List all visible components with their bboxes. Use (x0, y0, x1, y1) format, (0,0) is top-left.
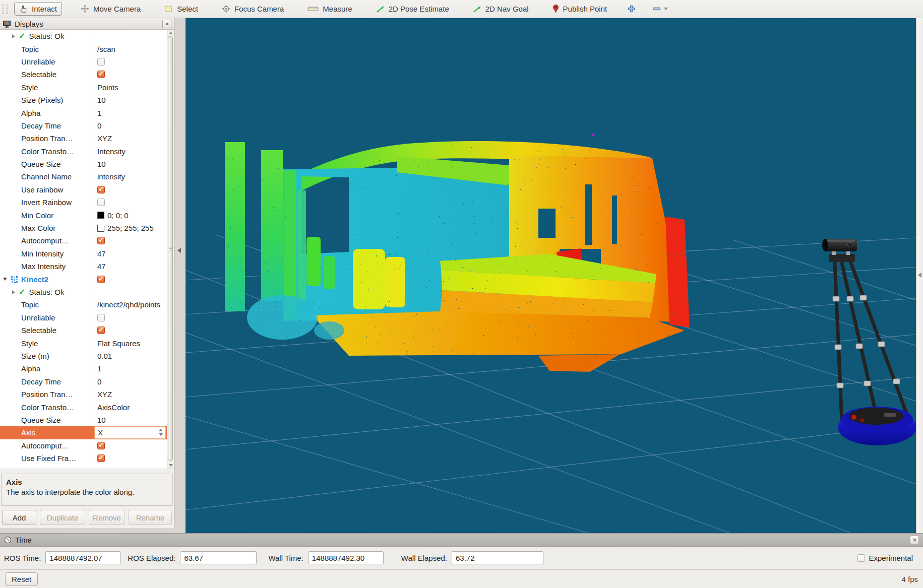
tool-move-camera[interactable]: Move Camera (76, 2, 146, 16)
property-row-invert-rainbow[interactable]: Invert Rainbow (0, 196, 174, 209)
property-row-position-tran[interactable]: Position Tran…XYZ (0, 388, 174, 401)
ros-time-input[interactable] (45, 551, 121, 564)
property-row-decay-time[interactable]: Decay Time0 (0, 119, 174, 132)
tree-scrollbar[interactable] (167, 30, 174, 469)
dropdown-arrow-icon[interactable] (664, 8, 668, 10)
property-row-kinect2[interactable]: Kinect2 (0, 273, 174, 285)
publish-point-pin-icon (552, 4, 559, 14)
property-row-queue-size[interactable]: Queue Size10 (0, 158, 174, 170)
time-panel-header[interactable]: Time (0, 533, 923, 547)
reset-button[interactable]: Reset (5, 572, 38, 586)
property-row-size-pixels[interactable]: Size (Pixels)10 (0, 94, 174, 106)
add-display-button[interactable]: Add (2, 510, 36, 525)
property-row-selectable[interactable]: Selectable (0, 324, 174, 337)
expander-collapsed-icon[interactable] (12, 290, 15, 294)
property-row-max-intensity[interactable]: Max Intensity47 (0, 260, 174, 273)
checkbox-unreliable[interactable] (97, 314, 105, 321)
checkbox-unreliable[interactable] (97, 58, 105, 66)
tool-label: Select (177, 5, 198, 13)
panel-collapse-arrow-icon[interactable] (177, 248, 181, 253)
checkbox-selectable[interactable] (97, 326, 105, 334)
experimental-option[interactable]: Experimental (857, 554, 919, 562)
property-row-alpha[interactable]: Alpha1 (0, 362, 174, 375)
property-row-channel-name[interactable]: Channel Nameintensity (0, 170, 174, 183)
checkbox-selectable[interactable] (97, 71, 105, 78)
tool-2d-nav-goal[interactable]: 2D Nav Goal (468, 2, 534, 16)
property-row-autocomput[interactable]: Autocomput… (0, 234, 174, 247)
property-row-max-color[interactable]: Max Color255; 255; 255 (0, 222, 174, 234)
tool-publish-point[interactable]: Publish Point (547, 2, 612, 16)
panel-expand-arrow-icon[interactable] (918, 273, 921, 278)
checkbox-autocomput[interactable] (97, 442, 105, 449)
color-swatch[interactable] (97, 212, 104, 219)
property-value: XYZ (97, 390, 112, 399)
property-row-topic[interactable]: Topic/kinect2/qhd/points (0, 298, 174, 311)
property-row-min-color[interactable]: Min Color0; 0; 0 (0, 209, 174, 221)
axis-spinbox[interactable]: X (94, 426, 166, 439)
tool-focus-camera[interactable]: Focus Camera (217, 2, 289, 16)
scroll-up-arrow-icon[interactable] (169, 32, 173, 34)
property-row-min-intensity[interactable]: Min Intensity47 (0, 247, 174, 260)
property-row-style[interactable]: StyleFlat Squares (0, 337, 174, 349)
property-row-size-m[interactable]: Size (m)0.01 (0, 350, 174, 362)
wall-elapsed-input[interactable] (452, 551, 543, 564)
property-row-topic[interactable]: Topic/scan (0, 42, 174, 55)
checkbox-kinect2[interactable] (97, 276, 105, 283)
property-label: Kinect2 (21, 275, 48, 284)
property-row-position-tran[interactable]: Position Tran…XYZ (0, 132, 174, 145)
tool-measure[interactable]: Measure (302, 2, 357, 16)
checkbox-use-fixed-fra[interactable] (97, 454, 105, 462)
property-row-style[interactable]: StylePoints (0, 81, 174, 94)
property-row-unreliable[interactable]: Unreliable (0, 311, 174, 324)
property-row-use-rainbow[interactable]: Use rainbow (0, 183, 174, 196)
toolbar-tools: InteractMove CameraSelectFocus CameraMea… (14, 2, 669, 16)
rename-display-button: Rename (129, 510, 172, 525)
tool-2d-pose-estimate[interactable]: 2D Pose Estimate (371, 2, 454, 16)
wall-elapsed-label: Wall Elapsed: (401, 554, 447, 562)
property-label: Queue Size (21, 416, 60, 424)
property-row-decay-time[interactable]: Decay Time0 (0, 375, 174, 388)
tool-interact[interactable]: Interact (14, 2, 62, 16)
scroll-down-arrow-icon[interactable] (169, 464, 173, 467)
property-row-status-ok[interactable]: ✓Status: Ok (0, 286, 174, 298)
tool-select[interactable]: Select (159, 2, 203, 16)
duplicate-display-button: Duplicate (40, 510, 85, 525)
property-row-status-ok[interactable]: ✓Status: Ok (0, 30, 174, 42)
experimental-checkbox[interactable] (857, 554, 865, 562)
property-value: /scan (97, 45, 115, 53)
checkbox-autocomput[interactable] (97, 237, 105, 244)
property-row-autocomput[interactable]: Autocomput… (0, 439, 174, 452)
ros-elapsed-input[interactable] (180, 551, 257, 564)
color-swatch[interactable] (97, 225, 104, 232)
toolbar-drag-handle[interactable] (3, 4, 8, 14)
displays-close-button[interactable] (162, 20, 171, 28)
property-row-color-transfo[interactable]: Color Transfo…AxisColor (0, 401, 174, 413)
property-value: 0; 0; 0 (107, 211, 129, 220)
checkbox-use-rainbow[interactable] (97, 186, 105, 193)
expander-expanded-icon[interactable] (3, 278, 7, 281)
wall-time-input[interactable] (308, 551, 384, 564)
views-panel-collapsed-strip[interactable] (916, 18, 923, 533)
spinbox-arrows-icon[interactable] (159, 429, 163, 436)
viewport-canvas[interactable] (186, 18, 916, 533)
help-splitter-handle[interactable] (0, 469, 174, 473)
scrollbar-thumb[interactable] (168, 36, 173, 461)
property-row-alpha[interactable]: Alpha1 (0, 106, 174, 119)
remove-tool-minus-button[interactable] (651, 2, 669, 16)
property-tree[interactable]: ✓Status: OkTopic/scanUnreliableSelectabl… (0, 30, 174, 469)
nav-goal-arrow-icon (473, 5, 481, 13)
toolbar: InteractMove CameraSelectFocus CameraMea… (0, 0, 923, 18)
checkbox-invert-rainbow[interactable] (97, 199, 105, 206)
property-row-selectable[interactable]: Selectable (0, 68, 174, 81)
property-row-queue-size[interactable]: Queue Size10 (0, 414, 174, 426)
robot-base (838, 407, 916, 445)
tool-label: Interact (32, 5, 57, 13)
add-tool-plus-button[interactable] (626, 2, 637, 16)
expander-collapsed-icon[interactable] (12, 34, 15, 38)
property-row-use-fixed-fra[interactable]: Use Fixed Fra… (0, 452, 174, 465)
displays-panel-header[interactable]: Displays (0, 18, 174, 30)
property-row-axis[interactable]: AxisX (0, 426, 174, 439)
property-row-unreliable[interactable]: Unreliable (0, 55, 174, 68)
time-close-button[interactable] (910, 536, 919, 544)
property-row-color-transfo[interactable]: Color Transfo…Intensity (0, 145, 174, 158)
